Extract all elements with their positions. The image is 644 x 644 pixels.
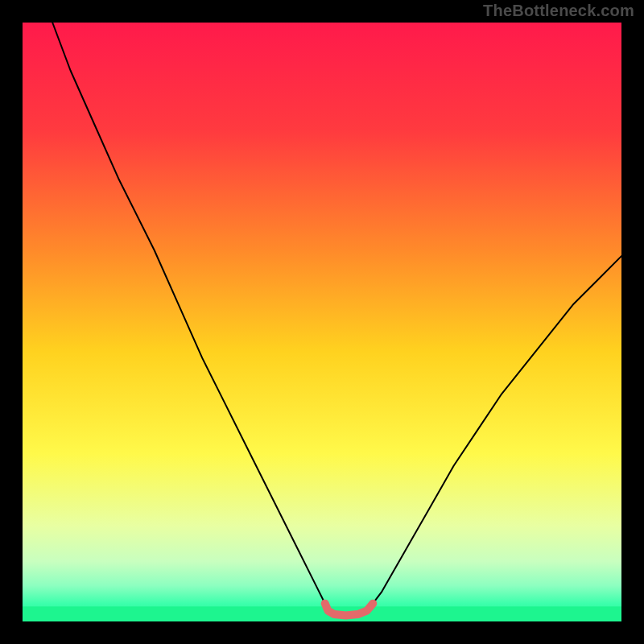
chart-svg (0, 0, 644, 644)
plot-gradient-background (23, 23, 621, 621)
watermark-text: TheBottleneck.com (483, 2, 634, 20)
green-band (23, 606, 621, 621)
chart-container: TheBottleneck.com (0, 0, 644, 644)
